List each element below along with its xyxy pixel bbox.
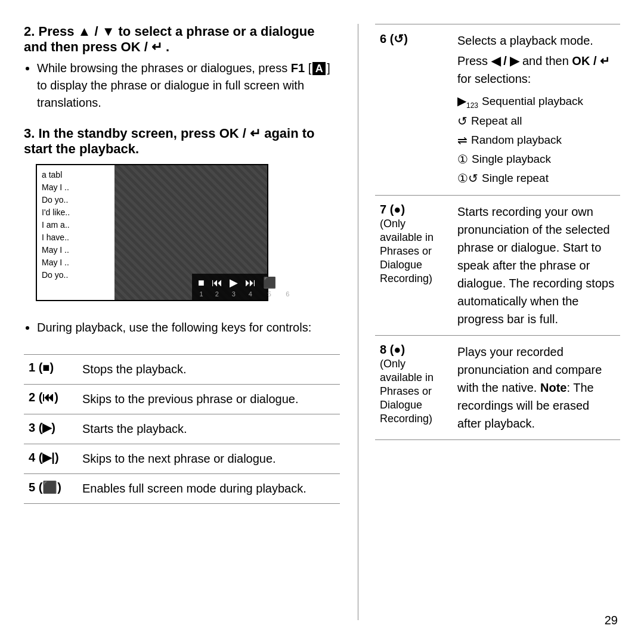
ctrl-num-1: 1 — [199, 290, 203, 298]
repeat-all-icon: ↺ — [457, 112, 467, 131]
mode-single-repeat-label: Single repeat — [482, 169, 549, 187]
mode-single-play: ① Single playback — [457, 150, 615, 169]
next-icon[interactable]: ⏭ — [245, 277, 256, 289]
player-list: a tabl May I .. Do yo.. I'd like.. I am … — [37, 165, 114, 300]
table-row: 6 (↺) Selects a playback mode. Press ◀ /… — [375, 24, 620, 196]
player-video: ■ 1 ⏮ 2 ▶ 3 ⏭ 4 — [114, 165, 267, 300]
mode-repeat-all: ↺ Repeat all — [457, 112, 615, 131]
step-2: 2. Press ▲ / ▼ to select a phrase or a d… — [24, 24, 340, 115]
ctrl-stop: ■ 1 — [198, 277, 205, 298]
prev-icon[interactable]: ⏮ — [212, 277, 222, 289]
key-7: 7 (●) (Onlyavailable inPhrases orDialogu… — [375, 196, 453, 336]
player-list-item: a tabl — [42, 169, 110, 181]
table-row: 2 (⏮) Skips to the previous phrase or di… — [24, 385, 340, 414]
table-row: 3 (▶) Starts the playback. — [24, 414, 340, 444]
table-row: 7 (●) (Onlyavailable inPhrases orDialogu… — [375, 196, 620, 336]
mode-random-label: Random playback — [471, 131, 562, 149]
ctrl-num-6: 6 — [286, 290, 289, 298]
page-number: 29 — [605, 614, 618, 627]
ctrl-prev: ⏮ 2 — [212, 277, 222, 298]
desc-6-intro: Selects a playback mode. — [457, 32, 615, 49]
mode-single-play-label: Single playback — [472, 150, 551, 168]
key-5: 5 (⬛) — [24, 474, 78, 504]
mode-repeat-all-label: Repeat all — [471, 112, 522, 130]
left-column: 2. Press ▲ / ▼ to select a phrase or a d… — [24, 24, 340, 620]
step3-number: 3. — [24, 126, 35, 141]
player-list-item: May I .. — [42, 181, 110, 194]
f1-box: A — [312, 62, 326, 75]
ctrl-repeat: ↺ 6 — [283, 276, 292, 298]
ctrl-num-2: 2 — [215, 290, 219, 298]
step2-bullets: While browsing the phrases or dialogues,… — [24, 60, 340, 112]
key-8: 8 (●) (Onlyavailable inPhrases orDialogu… — [375, 336, 453, 440]
ctrl-fullscreen: ⬛ 5 — [263, 276, 276, 298]
desc-6: Selects a playback mode. Press ◀ / ▶ and… — [453, 24, 620, 196]
stop-icon[interactable]: ■ — [198, 277, 205, 289]
ctrl-play: ▶ 3 — [230, 276, 238, 298]
mode-random: ⇌ Random playback — [457, 131, 615, 150]
step-3: 3. In the standby screen, press OK / ↵ a… — [24, 126, 340, 308]
table-row: 1 (■) Stops the playback. — [24, 355, 340, 385]
player-controls: ■ 1 ⏮ 2 ▶ 3 ⏭ 4 — [192, 274, 267, 300]
key-3: 3 (▶) — [24, 414, 78, 444]
player-list-item: I am a.. — [42, 219, 110, 231]
during-playback-text: During playback, use the following keys … — [37, 319, 340, 336]
desc-6-sub: Press ◀ / ▶ and then OK / ↵ for selectio… — [457, 52, 615, 88]
step2-heading: 2. Press ▲ / ▼ to select a phrase or a d… — [24, 24, 340, 55]
ctrl-next: ⏭ 4 — [245, 277, 256, 298]
mode-single-repeat: ①↺ Single repeat — [457, 169, 615, 188]
ctrl-num-3: 3 — [232, 290, 236, 298]
random-icon: ⇌ — [457, 131, 467, 150]
player-list-item: Do yo.. — [42, 194, 110, 206]
step3-text: In the standby screen, press OK / ↵ agai… — [24, 126, 315, 156]
during-playback-note: During playback, use the following keys … — [24, 319, 340, 340]
single-play-icon: ① — [457, 150, 468, 169]
playback-modes: ▶123 Sequential playback ↺ Repeat all ⇌ … — [457, 91, 615, 188]
table-row: 8 (●) (Onlyavailable inPhrases orDialogu… — [375, 336, 620, 440]
sequential-icon: ▶123 — [457, 91, 478, 112]
key-1: 1 (■) — [24, 355, 78, 385]
mode-sequential-label: Sequential playback — [482, 92, 583, 110]
desc-2: Skips to the previous phrase or dialogue… — [78, 385, 340, 414]
fullscreen-icon[interactable]: ⬛ — [263, 276, 276, 289]
play-icon[interactable]: ▶ — [230, 276, 238, 289]
right-column: 6 (↺) Selects a playback mode. Press ◀ /… — [358, 24, 620, 620]
desc-5: Enables full screen mode during playback… — [78, 474, 340, 504]
desc-7: Starts recording your own pronunciation … — [453, 196, 620, 336]
desc-1: Stops the playback. — [78, 355, 340, 385]
controls-table: 1 (■) Stops the playback. 2 (⏮) Skips to… — [24, 354, 340, 504]
single-repeat-icon: ①↺ — [457, 169, 478, 188]
desc-3: Starts the playback. — [78, 414, 340, 444]
step2-number: 2. — [24, 24, 35, 39]
table-row: 4 (▶|) Skips to the next phrase or dialo… — [24, 444, 340, 474]
ctrl-num-4: 4 — [249, 290, 252, 298]
player-list-item: I have.. — [42, 231, 110, 244]
right-controls-table: 6 (↺) Selects a playback mode. Press ◀ /… — [375, 24, 620, 440]
step3-heading: 3. In the standby screen, press OK / ↵ a… — [24, 126, 340, 157]
step2-text: Press ▲ / ▼ to select a phrase or a dial… — [24, 24, 314, 54]
player-list-item: Do yo.. — [42, 269, 110, 281]
player-list-item: May I .. — [42, 256, 110, 269]
player-mockup: a tabl May I .. Do yo.. I'd like.. I am … — [36, 164, 268, 301]
key-6: 6 (↺) — [375, 24, 453, 196]
player-list-item: I'd like.. — [42, 206, 110, 219]
table-row: 5 (⬛) Enables full screen mode during pl… — [24, 474, 340, 504]
desc-4: Skips to the next phrase or dialogue. — [78, 444, 340, 474]
key-4: 4 (▶|) — [24, 444, 78, 474]
player-list-item: May I .. — [42, 244, 110, 256]
desc-8: Plays your recorded pronunciation and co… — [453, 336, 620, 440]
ctrl-num-5: 5 — [268, 290, 271, 298]
mode-sequential: ▶123 Sequential playback — [457, 91, 615, 112]
repeat-icon[interactable]: ↺ — [283, 276, 292, 289]
key-2: 2 (⏮) — [24, 385, 78, 414]
step2-bullet1: While browsing the phrases or dialogues,… — [37, 60, 340, 112]
